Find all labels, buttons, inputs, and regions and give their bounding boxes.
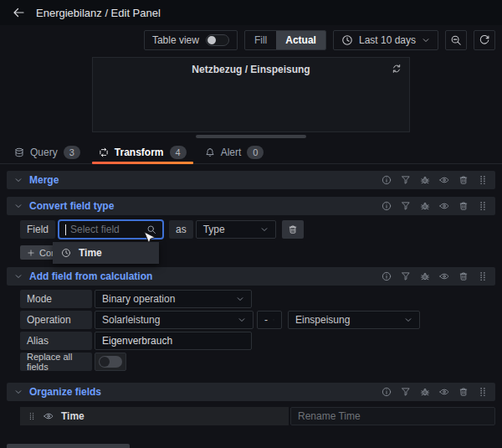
transformation-convert-field-type: Convert field type Field Select field as <box>7 197 495 260</box>
calc-actions <box>382 271 488 281</box>
trash-icon <box>288 224 298 234</box>
type-select[interactable]: Type <box>196 220 276 239</box>
tab-alert-label: Alert <box>221 147 242 158</box>
rename-time-input[interactable] <box>290 407 495 425</box>
alias-input[interactable] <box>95 332 252 350</box>
toggle-knob <box>100 357 110 367</box>
convert-actions <box>382 201 488 211</box>
drag-handle-icon[interactable] <box>28 412 36 420</box>
dropdown-option-time[interactable]: Time <box>79 247 102 259</box>
organize-body: Time <box>7 401 495 425</box>
trash-icon[interactable] <box>458 271 469 281</box>
replace-toggle-box <box>95 353 126 371</box>
refresh-icon <box>479 34 490 46</box>
top-header-bar: Energiebilanz / Edit Panel <box>0 0 502 25</box>
chevron-down-icon <box>404 316 412 324</box>
chevron-down-icon <box>422 36 430 44</box>
clock-icon <box>341 34 353 46</box>
operation-label: Operation <box>20 311 92 329</box>
add-transformation-button[interactable]: Add transformation <box>7 444 130 448</box>
convert-body: Field Select field as Type Con T <box>7 215 495 260</box>
organize-field-row: Time <box>20 407 495 425</box>
organize-actions <box>382 387 488 397</box>
replace-all-fields-toggle[interactable] <box>99 356 122 368</box>
filter-icon[interactable] <box>401 201 411 211</box>
refresh-button[interactable] <box>474 30 495 50</box>
table-view-toggle[interactable] <box>206 34 229 46</box>
eye-icon[interactable] <box>439 387 449 397</box>
eye-icon[interactable] <box>439 175 449 185</box>
field-select-placeholder: Select field <box>70 224 142 235</box>
panel-preview: Netzbezug / Einspeisung <box>92 57 410 132</box>
info-icon[interactable] <box>382 175 392 185</box>
mode-select-value: Binary operation <box>102 293 231 305</box>
drag-handle-icon[interactable] <box>478 201 488 211</box>
table-view-group: Table view <box>144 30 238 50</box>
debug-icon[interactable] <box>420 271 430 281</box>
visibility-eye-icon[interactable] <box>44 411 54 421</box>
info-icon[interactable] <box>382 271 392 281</box>
calc-title[interactable]: Add field from calculation <box>29 270 152 282</box>
info-icon[interactable] <box>382 387 392 397</box>
info-icon[interactable] <box>382 201 392 211</box>
trash-icon[interactable] <box>458 387 469 397</box>
clock-icon <box>61 248 71 258</box>
transformation-merge: Merge <box>7 171 495 189</box>
remove-conversion-button[interactable] <box>282 220 304 239</box>
debug-icon[interactable] <box>420 387 430 397</box>
trash-icon[interactable] <box>458 175 469 185</box>
trash-icon[interactable] <box>458 201 469 211</box>
debug-icon[interactable] <box>420 175 430 185</box>
field-select-combobox[interactable]: Select field <box>58 219 164 239</box>
filter-icon[interactable] <box>401 271 411 281</box>
fill-option[interactable]: Fill <box>245 31 276 49</box>
eye-icon[interactable] <box>439 271 449 281</box>
tab-transform-badge: 4 <box>170 146 187 159</box>
chevron-down-icon <box>260 225 269 234</box>
operator-select[interactable]: - <box>257 311 282 329</box>
right-operand-select[interactable]: Einspeisung <box>288 311 420 329</box>
collapse-chevron-icon[interactable] <box>14 388 23 396</box>
organize-header: Organize fields <box>7 383 495 401</box>
collapse-chevron-icon[interactable] <box>14 272 23 281</box>
panel-sync-icon[interactable] <box>392 64 402 74</box>
replace-all-fields-row: Replace all fields <box>20 353 495 371</box>
drag-handle-icon[interactable] <box>478 387 488 397</box>
filter-icon[interactable] <box>401 175 411 185</box>
left-operand-value: Solarleistung <box>102 314 233 326</box>
actual-option[interactable]: Actual <box>276 31 325 49</box>
mode-select[interactable]: Binary operation <box>95 290 252 308</box>
fill-actual-segmented-control: Fill Actual <box>244 30 326 50</box>
tab-alert[interactable]: Alert 0 <box>196 142 274 163</box>
table-view-label: Table view <box>152 34 199 46</box>
field-name: Time <box>61 410 85 422</box>
back-arrow-icon[interactable] <box>12 6 25 19</box>
time-range-label: Last 10 days <box>359 34 416 46</box>
left-operand-select[interactable]: Solarleistung <box>95 311 254 329</box>
panel-resize-handle[interactable] <box>196 135 306 138</box>
operator-value: - <box>264 314 268 326</box>
collapse-chevron-icon[interactable] <box>14 176 23 184</box>
drag-handle-icon[interactable] <box>478 175 488 185</box>
replace-all-fields-label: Replace all fields <box>20 353 92 371</box>
eye-icon[interactable] <box>439 201 449 211</box>
tab-query[interactable]: Query 3 <box>5 142 90 163</box>
toggle-knob <box>207 36 216 44</box>
panel-title[interactable]: Netzbezug / Einspeisung <box>93 64 409 75</box>
operation-row: Operation Solarleistung - Einspeisung <box>20 311 495 329</box>
tab-transform[interactable]: Transform 4 <box>90 142 196 163</box>
merge-title[interactable]: Merge <box>29 174 59 186</box>
collapse-chevron-icon[interactable] <box>14 202 23 210</box>
convert-title[interactable]: Convert field type <box>29 200 114 212</box>
drag-handle-icon[interactable] <box>478 271 488 281</box>
organize-title[interactable]: Organize fields <box>29 386 101 398</box>
filter-icon[interactable] <box>401 387 411 397</box>
chevron-down-icon <box>273 316 274 324</box>
zoom-out-time-button[interactable] <box>445 30 467 50</box>
tab-query-label: Query <box>30 147 58 158</box>
debug-icon[interactable] <box>420 201 430 211</box>
merge-actions <box>382 175 488 185</box>
time-range-picker[interactable]: Last 10 days <box>333 30 438 50</box>
chevron-down-icon <box>236 295 244 303</box>
field-label: Field <box>20 220 55 239</box>
